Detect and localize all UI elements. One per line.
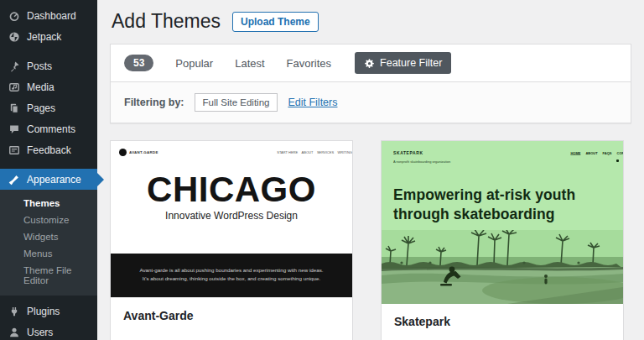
skatepark-photo (382, 230, 623, 304)
avant-garde-blurb: Avant-garde is all about pushing boundar… (115, 267, 348, 284)
plugin-icon (8, 306, 20, 317)
sidebar-item-plugins[interactable]: Plugins (0, 301, 97, 322)
admin-sidebar: Dashboard Jetpack Posts Media Pages Comm… (0, 0, 97, 340)
preview-nav-item: CONTACT (616, 151, 623, 155)
sidebar-item-posts[interactable]: Posts (0, 55, 97, 76)
feedback-form-icon (8, 144, 20, 156)
paintbrush-icon (8, 174, 20, 186)
sidebar-item-label: Dashboard (27, 10, 76, 22)
user-icon (8, 327, 20, 338)
skatepark-preview-nav: HOME ABOUT FAQS CONTACT (570, 151, 623, 155)
gear-icon (364, 58, 375, 69)
sidebar-item-comments[interactable]: Comments (0, 118, 97, 139)
blurb-line: It's about dreaming, thinking outside th… (115, 275, 348, 284)
sidebar-item-feedback[interactable]: Feedback (0, 139, 97, 160)
themes-grid: AVANT-GARDE START HERE ABOUT SERVICES WR… (110, 140, 631, 340)
preview-nav-item: START HERE (277, 150, 298, 154)
theme-filter-bar: 53 Popular Latest Favorites Feature Filt… (110, 44, 631, 123)
sidebar-item-label: Users (27, 327, 53, 338)
filter-link-favorites[interactable]: Favorites (287, 57, 331, 70)
avant-garde-hero: CHICAGO Innovative WordPress Design (111, 172, 352, 222)
filter-link-latest[interactable]: Latest (235, 57, 264, 70)
sidebar-item-dashboard[interactable]: Dashboard (0, 5, 97, 26)
comment-bubble-icon (8, 123, 20, 135)
edit-filters-link[interactable]: Edit Filters (288, 97, 337, 108)
filter-links-row: 53 Popular Latest Favorites Feature Filt… (111, 44, 631, 81)
avant-garde-preview: AVANT-GARDE START HERE ABOUT SERVICES WR… (111, 141, 352, 298)
sidebar-item-label: Plugins (27, 306, 60, 317)
sidebar-item-label: Feedback (27, 144, 71, 156)
sidebar-item-label: Jetpack (27, 31, 61, 43)
avant-garde-logo (119, 149, 127, 156)
skatepark-header-right: HOME ABOUT FAQS CONTACT (508, 149, 623, 165)
page-title: Add Themes (112, 10, 221, 33)
sidebar-item-pages[interactable]: Pages (0, 97, 97, 118)
filtering-by-label: Filtering by: (124, 97, 184, 108)
twitter-icon (616, 160, 619, 162)
preview-nav-item: ABOUT (585, 151, 597, 155)
theme-card-skatepark[interactable]: SKATEPARK A nonprofit skateboarding orga… (381, 140, 624, 340)
blurb-line: Avant-garde is all about pushing boundar… (115, 267, 348, 275)
sidebar-item-media[interactable]: Media (0, 76, 97, 97)
sidebar-item-label: Comments (27, 123, 75, 135)
theme-name: Avant-Garde (123, 309, 194, 322)
avant-garde-heading: CHICAGO (111, 172, 352, 207)
avant-garde-preview-header: AVANT-GARDE START HERE ABOUT SERVICES WR… (111, 141, 352, 156)
skatepark-preview: SKATEPARK A nonprofit skateboarding orga… (382, 141, 623, 304)
sidebar-separator (0, 47, 97, 55)
page-header: Add Themes Upload Theme (110, 0, 631, 33)
appearance-submenu: Themes Customize Widgets Menus Theme Fil… (0, 190, 97, 296)
submenu-item-widgets[interactable]: Widgets (0, 228, 97, 245)
sidebar-item-label: Media (27, 81, 55, 93)
avant-garde-brand: AVANT-GARDE (129, 150, 158, 154)
pages-icon (8, 102, 20, 114)
skatepark-photo-illustration (382, 230, 623, 304)
avant-garde-dark-strip: Avant-garde is all about pushing boundar… (111, 254, 352, 297)
main-content: Add Themes Upload Theme 53 Popular Lates… (97, 0, 644, 340)
submenu-item-theme-file-editor[interactable]: Theme File Editor (0, 262, 97, 289)
preview-nav-item: WRITING (338, 150, 352, 154)
preview-nav-item: HOME (570, 151, 580, 155)
pushpin-icon (8, 60, 20, 72)
submenu-item-themes[interactable]: Themes (0, 195, 97, 212)
skatepark-tagline: A nonprofit skateboarding organization (393, 160, 450, 164)
avant-garde-preview-nav: START HERE ABOUT SERVICES WRITING CONTAC… (277, 150, 352, 154)
skatepark-preview-header: SKATEPARK A nonprofit skateboarding orga… (382, 141, 623, 165)
skatepark-brand-block: SKATEPARK A nonprofit skateboarding orga… (393, 149, 508, 165)
skatepark-heading: Empowering at-risk youth through skatebo… (393, 186, 578, 224)
feature-filter-button[interactable]: Feature Filter (355, 52, 451, 74)
preview-nav-item: SERVICES (317, 150, 334, 154)
preview-nav-item: FAQS (602, 151, 611, 155)
theme-count-badge: 53 (124, 55, 153, 71)
sidebar-item-label: Pages (27, 102, 55, 114)
jetpack-icon (8, 31, 20, 43)
filter-tag-full-site-editing: Full Site Editing (195, 93, 278, 112)
filtering-by-row: Filtering by: Full Site Editing Edit Fil… (111, 81, 631, 123)
submenu-item-menus[interactable]: Menus (0, 245, 97, 262)
sidebar-item-label: Posts (27, 60, 52, 72)
sidebar-item-label: Appearance (27, 174, 81, 186)
feature-filter-label: Feature Filter (380, 57, 442, 69)
submenu-item-customize[interactable]: Customize (0, 212, 97, 228)
skatepark-brand: SKATEPARK (393, 151, 465, 156)
media-icon (8, 81, 20, 93)
upload-theme-button[interactable]: Upload Theme (232, 12, 319, 32)
avant-garde-subheading: Innovative WordPress Design (111, 210, 352, 222)
theme-card-footer: Skatepark (382, 304, 623, 340)
filter-link-popular[interactable]: Popular (175, 57, 213, 70)
sidebar-separator (0, 160, 97, 169)
preview-nav-item: ABOUT (302, 150, 314, 154)
theme-card-avant-garde[interactable]: AVANT-GARDE START HERE ABOUT SERVICES WR… (110, 140, 353, 340)
theme-name: Skatepark (394, 315, 450, 328)
skatepark-social-icons (616, 160, 623, 162)
theme-card-footer: Avant-Garde (111, 298, 352, 335)
sidebar-item-users[interactable]: Users (0, 322, 97, 340)
sidebar-item-appearance[interactable]: Appearance (0, 169, 97, 190)
sidebar-item-jetpack[interactable]: Jetpack (0, 26, 97, 47)
dashboard-icon (8, 10, 20, 22)
active-menu-arrow (97, 173, 104, 186)
